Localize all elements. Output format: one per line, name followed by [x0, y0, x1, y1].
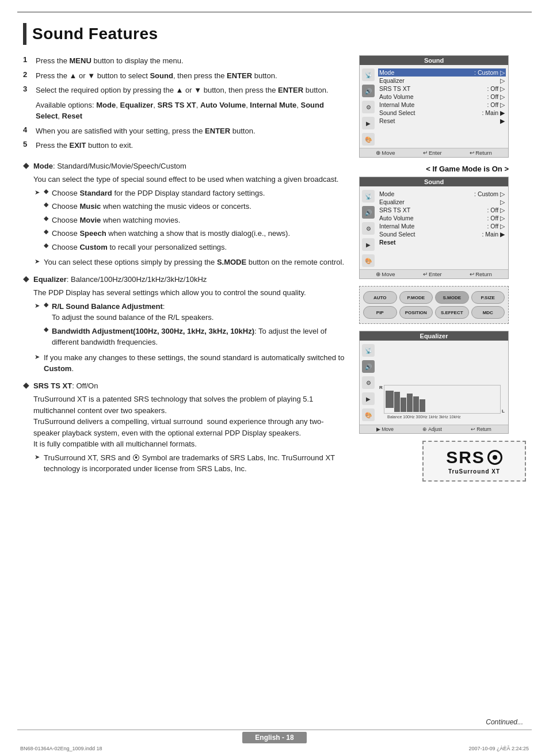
right-column: Sound 📡 🔊 ⚙ ▶ 🎨 Mode : Custom ▷: [359, 55, 526, 488]
move-game-label: Move: [382, 271, 395, 277]
eq-bar-labels: Balance 100Hz 300Hz 1kHz 3kHz 10kHz: [387, 415, 505, 419]
game-mode-label: < If Game Mode is On >: [359, 165, 509, 173]
move-game-icon: ⊕: [376, 271, 380, 277]
menu-value-srs: : Off ▷: [487, 85, 505, 92]
menu-game-row-select: Sound Select : Main ▶: [378, 230, 506, 238]
sub-diamond-3: ◆: [44, 215, 52, 222]
menu-value-auto: : Off ▷: [487, 93, 505, 100]
icon-sound-game: 🔊: [362, 206, 375, 219]
menu-row-select: Sound Select : Main ▶: [378, 109, 506, 117]
sub-diamond-4: ◆: [44, 228, 52, 235]
return-game-label: Return: [475, 271, 492, 277]
btn-psize[interactable]: P.SIZE: [471, 291, 505, 304]
menu-game-label-reset: Reset: [379, 239, 396, 246]
sound-menu-game-ui: Sound 📡 🔊 ⚙ ▶ 🎨 Mode : Custom ▷: [359, 177, 509, 279]
btn-pmode[interactable]: P.MODE: [399, 291, 433, 304]
menu-game-label-mute: Internal Mute: [379, 223, 414, 230]
mode-sub-4: ◆ Choose Speech when watching a show tha…: [44, 228, 290, 239]
sub-diamond-eq-1: ◆: [44, 301, 52, 308]
mode-sub-1: ◆ Choose Standard for the PDP Display st…: [44, 188, 290, 199]
menu-game-value-mute: : Off ▷: [487, 223, 505, 230]
menu-game-row-srs: SRS TS XT : Off ▷: [378, 206, 506, 214]
sound-menu-footer: ⊕ Move ↵ Enter ↩ Return: [360, 148, 508, 157]
eq-display: R L: [378, 383, 506, 421]
step-2: 2 Press the ▲ or ▼ button to select Soun…: [23, 70, 349, 82]
diamond-icon-eq: ◆: [23, 274, 33, 283]
eq-move-label: Move: [382, 426, 394, 432]
eq-label-100hz: 100Hz: [403, 415, 414, 419]
footer-game-return: ↩ Return: [470, 271, 492, 277]
footer-return: ↩ Return: [470, 150, 492, 156]
menu-row-reset: Reset ▶: [378, 117, 506, 125]
remote-row2: PIP POSITION S.EFFECT MDC: [363, 306, 505, 319]
return-icon: ↩: [470, 150, 474, 156]
enter-icon: ↵: [423, 150, 428, 156]
icon-color: 🎨: [362, 133, 375, 146]
menu-game-value-mode: : Custom ▷: [474, 190, 505, 197]
ui-icons-game: 📡 🔊 ⚙ ▶ 🎨: [362, 190, 375, 267]
sound-menu-game-title: Sound: [360, 177, 508, 186]
page-title: Sound Features: [32, 25, 158, 43]
step-text-4: When you are satisfied with your setting…: [36, 125, 256, 137]
remote-control-box: AUTO P.MODE S.MODE P.SIZE PIP POSITION S…: [359, 286, 509, 324]
menu-game-label-srs: SRS TS XT: [379, 207, 410, 213]
btn-auto[interactable]: AUTO: [363, 291, 397, 304]
menu-game-row-mode: Mode : Custom ▷: [378, 190, 506, 198]
page: Sound Features 1 Press the MENU button t…: [0, 0, 549, 756]
eq-icons: 📡 🔊 ⚙ ▶ 🎨: [362, 344, 375, 421]
btn-mdc[interactable]: MDC: [471, 306, 505, 319]
sound-menu-title: Sound: [360, 56, 508, 65]
mode-smode-row: ➤ You can select these options simply by…: [35, 257, 349, 268]
return-game-icon: ↩: [470, 271, 474, 277]
mode-sub-5: ◆ Choose Custom to recall your personali…: [44, 242, 290, 253]
step-num-4: 4: [23, 125, 36, 134]
eq-label-300hz: 300Hz: [416, 415, 428, 419]
main-layout: 1 Press the MENU button to display the m…: [23, 55, 526, 488]
srs-circle-icon: [487, 450, 502, 465]
menu-row-srs: SRS TS XT : Off ▷: [378, 85, 506, 93]
sound-menu-ui: Sound 📡 🔊 ⚙ ▶ 🎨 Mode : Custom ▷: [359, 55, 509, 158]
btn-seffect[interactable]: S.EFFECT: [435, 306, 469, 319]
bullet-mode: ◆ Mode: Standard/Music/Movie/Speech/Cust…: [23, 161, 349, 268]
menu-value-reset: ▶: [500, 117, 505, 124]
step-options: Available options: Mode, Equalizer, SRS …: [36, 100, 349, 122]
section-title-bar: Sound Features: [23, 23, 526, 45]
step-text-2: Press the ▲ or ▼ button to select Sound,…: [36, 70, 277, 82]
move-label: Move: [382, 150, 395, 156]
btn-smode[interactable]: S.MODE: [435, 291, 469, 304]
menu-value-select: : Main ▶: [482, 109, 505, 116]
mode-body: You can select the type of special sound…: [33, 174, 349, 185]
left-column: 1 Press the MENU button to display the m…: [23, 55, 359, 488]
bullet-srs-title: ◆ SRS TS XT: Off/On: [23, 380, 349, 392]
btn-position[interactable]: POSITION: [399, 306, 433, 319]
eq-icon-broadcast: 📡: [362, 344, 375, 357]
step-num-2: 2: [23, 70, 36, 79]
btn-pip[interactable]: PIP: [363, 306, 397, 319]
eq-bar-1khz: [407, 394, 413, 412]
mode-sub-bullets: ➤ ◆ Choose Standard for the PDP Display …: [35, 188, 349, 268]
footer-enter: ↵ Enter: [423, 150, 442, 156]
sub-text-bw: Bandwidth Adjustment(100Hz, 300Hz, 1kHz,…: [52, 326, 349, 348]
menu-game-value-eq: ▷: [500, 198, 505, 205]
eq-r-label: R: [379, 385, 383, 390]
step-num-3: 3: [23, 85, 36, 93]
step-num-1: 1: [23, 55, 36, 64]
step-num-5: 5: [23, 140, 36, 148]
sound-menu-rows: Mode : Custom ▷ Equalizer ▷ SRS TS XT : …: [378, 68, 506, 146]
page-border-top: [17, 12, 532, 13]
sub-diamond-5: ◆: [44, 242, 52, 249]
menu-value-mute: : Off ▷: [487, 101, 505, 108]
diamond-icon-srs: ◆: [23, 380, 33, 390]
eq-custom-row: ➤ If you make any changes to these setti…: [35, 352, 349, 375]
menu-game-row-reset: Reset: [378, 238, 506, 246]
enter-label: Enter: [429, 150, 442, 156]
menu-game-value-srs: : Off ▷: [487, 207, 505, 213]
srs-sub-bullets: ➤ TruSurround XT, SRS and ⦿ Symbol are t…: [35, 452, 349, 475]
menu-game-label-eq: Equalizer: [379, 198, 405, 205]
icon-broadcast-game: 📡: [362, 190, 375, 203]
enter-game-label: Enter: [429, 271, 442, 277]
bullet-mode-title: ◆ Mode: Standard/Music/Movie/Speech/Cust…: [23, 161, 349, 172]
eq-sub-2: ◆ Bandwidth Adjustment(100Hz, 300Hz, 1kH…: [44, 326, 349, 348]
footer-game-enter: ↵ Enter: [423, 271, 442, 277]
continued-label: Continued...: [486, 718, 523, 726]
